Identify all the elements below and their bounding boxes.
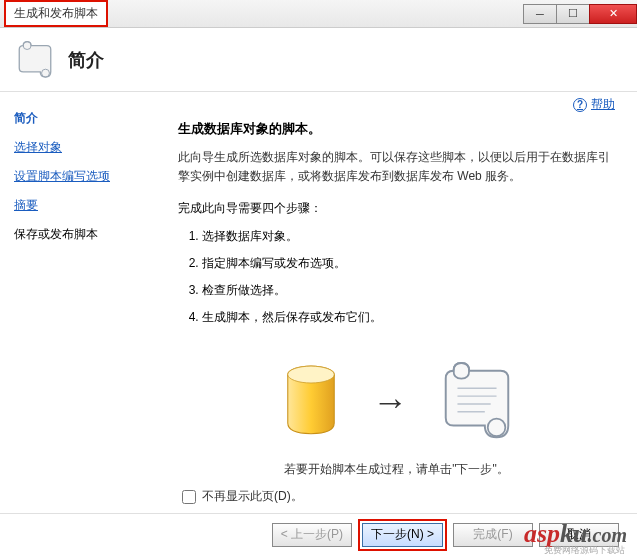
intro-title: 生成数据库对象的脚本。 [178,120,615,138]
sidebar-item-intro: 简介 [14,104,158,133]
maximize-button[interactable]: ☐ [556,4,590,24]
step-item: 选择数据库对象。 [202,223,615,250]
header: 简介 [0,28,637,92]
dont-show-again-checkbox[interactable] [182,490,196,504]
sidebar-item-save: 保存或发布脚本 [14,220,158,249]
svg-point-2 [287,366,333,383]
page-title: 简介 [68,48,104,72]
finish-button: 完成(F) [453,523,533,547]
help-label: 帮助 [591,96,615,113]
step-item: 检查所做选择。 [202,277,615,304]
dont-show-again-row[interactable]: 不再显示此页(D)。 [182,488,615,505]
sidebar-item-label: 设置脚本编写选项 [14,169,110,183]
start-text: 若要开始脚本生成过程，请单击"下一步"。 [178,461,615,478]
next-button-highlight: 下一步(N) > [358,519,447,551]
sidebar-item-summary[interactable]: 摘要 [14,191,158,220]
minimize-button[interactable]: ─ [523,4,557,24]
illustration: → [178,359,615,445]
close-button[interactable]: ✕ [589,4,637,24]
sidebar-item-label: 摘要 [14,198,38,212]
step-item: 指定脚本编写或发布选项。 [202,250,615,277]
intro-description: 此向导生成所选数据库对象的脚本。可以保存这些脚本，以便以后用于在数据库引擎实例中… [178,148,615,186]
sidebar-item-label: 选择对象 [14,140,62,154]
step-item: 生成脚本，然后保存或发布它们。 [202,304,615,331]
sidebar-item-select[interactable]: 选择对象 [14,133,158,162]
window-controls: ─ ☐ ✕ [524,4,637,24]
sidebar: 简介 选择对象 设置脚本编写选项 摘要 保存或发布脚本 [0,92,168,513]
titlebar: 生成和发布脚本 ─ ☐ ✕ [0,0,637,28]
checkbox-label: 不再显示此页(D)。 [202,488,303,505]
sidebar-item-label: 保存或发布脚本 [14,227,98,241]
steps-list: 选择数据库对象。 指定脚本编写或发布选项。 检查所做选择。 生成脚本，然后保存或… [202,223,615,331]
script-icon [437,359,517,445]
watermark-sub: 免费网络源码下载站 [544,544,625,555]
main-content: ? 帮助 生成数据库对象的脚本。 此向导生成所选数据库对象的脚本。可以保存这些脚… [168,92,637,513]
window-title: 生成和发布脚本 [4,0,108,27]
sidebar-item-options[interactable]: 设置脚本编写选项 [14,162,158,191]
help-link[interactable]: ? 帮助 [573,96,615,113]
sidebar-item-label: 简介 [14,111,38,125]
scroll-icon [14,39,56,81]
arrow-icon: → [373,381,409,423]
prev-button: < 上一步(P) [272,523,352,547]
body: 简介 选择对象 设置脚本编写选项 摘要 保存或发布脚本 ? 帮助 生成数据库对象… [0,92,637,513]
database-icon [277,364,345,440]
help-icon: ? [573,98,587,112]
next-button[interactable]: 下一步(N) > [362,523,443,547]
steps-intro: 完成此向导需要四个步骤： [178,200,615,217]
